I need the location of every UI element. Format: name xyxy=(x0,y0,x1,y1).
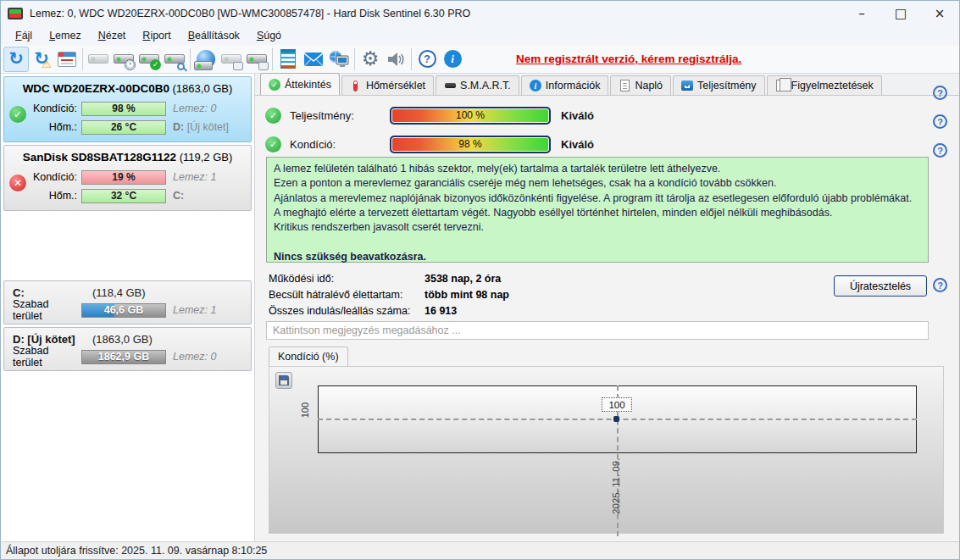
tab-label: Napló xyxy=(635,80,663,91)
health-message-box: A lemez felületén található 1 hibás szek… xyxy=(266,157,929,263)
volume-drive: C: xyxy=(173,190,184,202)
toolbar-separator xyxy=(82,48,83,70)
mail-icon[interactable] xyxy=(301,47,326,72)
thermometer-icon xyxy=(350,80,362,91)
disk-number-label: Lemez: 1 xyxy=(173,304,216,316)
disk-offline-icon[interactable] xyxy=(86,47,111,72)
menu-view-label: ézet xyxy=(106,30,126,42)
sound-icon[interactable] xyxy=(383,47,408,72)
maximize-button[interactable]: □ xyxy=(881,1,920,26)
refresh-warning-icon[interactable]: ↻⚠ xyxy=(29,47,54,72)
refresh-icon[interactable]: ↻ xyxy=(3,47,29,72)
tab-smart[interactable]: S.M.A.R.T. xyxy=(436,75,519,95)
help-icon[interactable]: ? xyxy=(414,47,440,72)
retest-button[interactable]: Újratesztelés xyxy=(834,275,927,297)
disk-name: SanDisk SD8SBAT128G1122 xyxy=(23,151,176,164)
help-icon-performance[interactable]: ? xyxy=(933,86,947,100)
comment-input[interactable] xyxy=(266,321,929,340)
message-conclusion: Nincs szükség beavatkozásra. xyxy=(274,250,921,264)
stat-label: Becsült hátralévő élettartam: xyxy=(269,289,425,301)
volume-label: C: xyxy=(173,190,184,202)
free-space-label: Szabad terület xyxy=(8,345,79,369)
network-disk-icon[interactable] xyxy=(193,47,219,72)
partition-size: (118,4 GB) xyxy=(92,286,146,299)
tab-label: Hőmérséklet xyxy=(366,80,425,91)
free-space-bar: 1862,9 GB xyxy=(81,350,166,364)
tab-temperature[interactable]: Hőmérséklet xyxy=(341,75,434,95)
help-icon-message[interactable]: ? xyxy=(933,143,947,158)
menu-help[interactable]: Súgó xyxy=(249,28,289,43)
tab-label: Teljesítmény xyxy=(697,80,756,91)
tab-information[interactable]: iInformációk xyxy=(521,75,609,95)
disk-name: WDC WD20EZRX-00DC0B0 xyxy=(23,82,169,95)
chart-tab-condition[interactable]: Kondíció (%) xyxy=(269,347,348,366)
partition-item-d[interactable]: D: [Új kötet] (1863,0 GB) Szabad terület… xyxy=(3,327,252,371)
menu-file-hotkey: F xyxy=(15,30,22,42)
temperature-bar: 32 °C xyxy=(81,189,166,203)
chart-y-tick: 100 xyxy=(300,402,310,418)
document-icon xyxy=(619,80,630,91)
toolbar: ↻ ↻⚠ 🕐 ✓ ⚙ ? i Nem regisztrált verzió, k… xyxy=(1,45,959,74)
toolbar-separator xyxy=(411,48,412,70)
tab-alerts[interactable]: Figyelmeztetések xyxy=(767,75,882,95)
status-bar: Állapot utoljára frissítve: 2025. 11. 09… xyxy=(1,541,959,559)
info-icon[interactable]: i xyxy=(440,47,465,72)
tab-log[interactable]: Napló xyxy=(610,75,671,95)
partition-name: D: [Új kötet] xyxy=(8,333,92,346)
remote-monitor-icon[interactable] xyxy=(326,47,352,72)
condition-bar: 98 % xyxy=(390,136,551,153)
menu-file[interactable]: Fájl xyxy=(8,28,40,43)
tab-label: Áttekintés xyxy=(285,79,331,91)
condition-history-chart: 100 100 2025. 11. 09. xyxy=(269,366,944,534)
menu-settings[interactable]: Beállítások xyxy=(180,28,247,43)
menu-view-hotkey: N xyxy=(98,30,106,42)
check-icon: ✓ xyxy=(265,108,281,124)
disk-size: (119,2 GB) xyxy=(180,151,233,164)
minimize-button[interactable]: – xyxy=(842,1,881,26)
disk-eject-icon[interactable] xyxy=(219,47,244,72)
register-link[interactable]: Nem regisztrált verzió, kérem regisztrál… xyxy=(516,53,741,65)
partition-item-c[interactable]: C: (118,4 GB) Szabad terület 46,6 GB Lem… xyxy=(3,280,252,324)
tab-label: S.M.A.R.T. xyxy=(460,80,511,91)
free-space-label: Szabad terület xyxy=(8,298,79,322)
save-chart-icon[interactable] xyxy=(275,372,292,389)
toolbar-separator xyxy=(354,48,355,70)
temperature-bar: 26 °C xyxy=(81,120,166,135)
pages-icon xyxy=(775,80,787,91)
menu-help-label: úgó xyxy=(264,30,281,42)
settings-gear-icon[interactable]: ⚙ xyxy=(358,47,383,72)
disk-clock-icon[interactable]: 🕐 xyxy=(111,47,136,72)
log-notepad-icon[interactable] xyxy=(275,47,301,72)
performance-bar: 100 % xyxy=(390,107,551,125)
partition-name: C: xyxy=(8,286,92,299)
disk-item-sandisk[interactable]: SanDisk SD8SBAT128G1122 (119,2 GB) ✕ Kon… xyxy=(3,145,252,211)
temperature-label: Hőm.: xyxy=(8,190,77,202)
disk-search-icon[interactable] xyxy=(162,47,187,72)
disk-item-wdc[interactable]: WDC WD20EZRX-00DC0B0 (1863,0 GB) ✓ Kondí… xyxy=(3,76,252,142)
disk-plug-icon[interactable] xyxy=(244,47,269,72)
condition-row: ✓ Kondíció: 98 % Kiváló xyxy=(265,135,959,153)
menu-report[interactable]: Riport xyxy=(135,28,178,43)
tab-label: Információk xyxy=(546,80,601,91)
help-icon-condition[interactable]: ? xyxy=(933,114,947,129)
condition-bar: 98 % xyxy=(81,102,166,116)
disk-slab-icon xyxy=(444,80,456,91)
close-button[interactable]: × xyxy=(920,1,959,26)
disk-number-label: Lemez: 1 xyxy=(173,171,216,183)
partition-size: (1863,0 GB) xyxy=(92,333,153,346)
tab-performance[interactable]: Teljesítmény xyxy=(673,75,764,95)
menu-view[interactable]: Nézet xyxy=(91,28,134,43)
disk-check-icon[interactable]: ✓ xyxy=(136,47,162,72)
help-icon-retest[interactable]: ? xyxy=(933,278,947,292)
performance-row: ✓ Teljesítmény: 100 % Kiváló xyxy=(265,106,959,125)
volume-drive: D: xyxy=(173,121,184,133)
tab-overview[interactable]: ✓Áttekintés xyxy=(260,73,340,95)
stat-value: 16 913 xyxy=(425,305,457,317)
message-line: A lemez felületén található 1 hibás szek… xyxy=(274,162,921,176)
report-window-icon[interactable] xyxy=(54,47,80,72)
menu-disk[interactable]: Lemez xyxy=(42,28,89,43)
menu-report-label: iport xyxy=(150,30,170,42)
chart-x-tick: 2025. 11. 09. xyxy=(611,458,621,536)
message-line: Ajánlatos a merevlemez naplójának bizony… xyxy=(274,191,921,206)
tab-bar: ✓Áttekintés Hőmérséklet S.M.A.R.T. iInfo… xyxy=(255,74,959,96)
